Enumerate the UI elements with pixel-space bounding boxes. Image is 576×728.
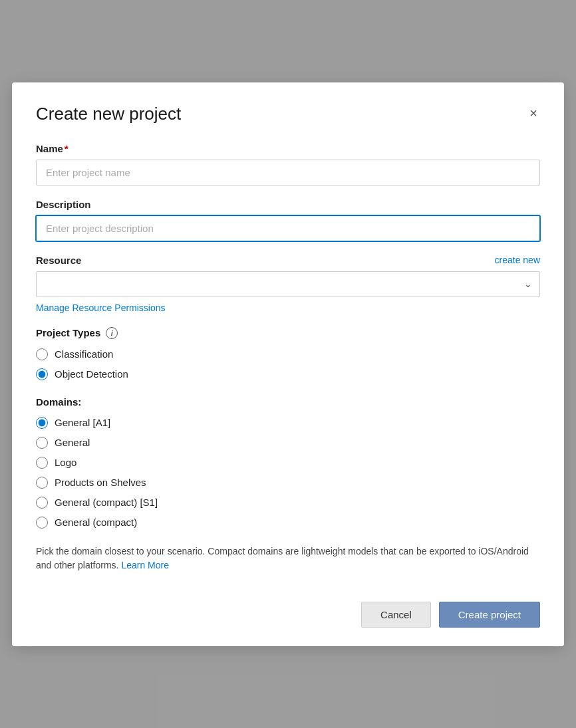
domains-radio-group: General [A1] General Logo Products on Sh… (36, 417, 540, 529)
create-project-dialog: Create new project × Name* Description R… (12, 82, 564, 646)
domains-group: Domains: General [A1] General Logo Produ… (36, 396, 540, 572)
general-compact-label: General (compact) (55, 517, 137, 528)
name-label: Name* (36, 143, 540, 154)
resource-label: Resource (36, 255, 81, 266)
required-star: * (65, 143, 69, 154)
object-detection-radio[interactable] (36, 368, 48, 380)
resource-select[interactable] (36, 271, 540, 297)
resource-label-row: Resource create new (36, 255, 540, 266)
dialog-header: Create new project × (36, 104, 540, 124)
products-on-shelves-radio[interactable] (36, 477, 48, 489)
learn-more-link[interactable]: Learn More (121, 560, 169, 570)
domain-general-compact[interactable]: General (compact) (36, 517, 540, 529)
dialog-footer: Cancel Create project (36, 591, 540, 628)
resource-select-wrapper: ⌄ (36, 271, 540, 297)
general-compact-s1-radio[interactable] (36, 497, 48, 509)
domain-general-a1[interactable]: General [A1] (36, 417, 540, 429)
name-field-group: Name* (36, 143, 540, 185)
create-project-button[interactable]: Create project (439, 602, 540, 628)
project-types-header: Project Types i (36, 327, 540, 339)
project-types-radio-group: Classification Object Detection (36, 348, 540, 380)
info-icon: i (106, 327, 118, 339)
logo-label: Logo (55, 457, 76, 468)
general-compact-s1-label: General (compact) [S1] (55, 497, 158, 508)
description-field-group: Description (36, 199, 540, 241)
name-input[interactable] (36, 160, 540, 185)
domain-logo[interactable]: Logo (36, 457, 540, 469)
project-type-classification[interactable]: Classification (36, 348, 540, 360)
classification-label: Classification (55, 348, 113, 360)
products-on-shelves-label: Products on Shelves (55, 477, 146, 488)
logo-radio[interactable] (36, 457, 48, 469)
create-new-link[interactable]: create new (495, 255, 540, 265)
classification-radio[interactable] (36, 348, 48, 360)
general-radio[interactable] (36, 437, 48, 449)
project-types-group: Project Types i Classification Object De… (36, 327, 540, 380)
description-input[interactable] (36, 215, 540, 241)
general-label: General (55, 437, 90, 448)
domain-products-on-shelves[interactable]: Products on Shelves (36, 477, 540, 489)
domain-general-compact-s1[interactable]: General (compact) [S1] (36, 497, 540, 509)
domain-hint-text: Pick the domain closest to your scenario… (36, 545, 540, 572)
general-a1-label: General [A1] (55, 417, 110, 428)
domains-label: Domains: (36, 396, 540, 408)
domain-general[interactable]: General (36, 437, 540, 449)
close-button[interactable]: × (527, 104, 540, 122)
hint-main-text: Pick the domain closest to your scenario… (36, 546, 529, 570)
project-type-object-detection[interactable]: Object Detection (36, 368, 540, 380)
object-detection-label: Object Detection (55, 368, 128, 380)
cancel-button[interactable]: Cancel (361, 602, 431, 628)
manage-permissions-link[interactable]: Manage Resource Permissions (36, 303, 166, 313)
general-compact-radio[interactable] (36, 517, 48, 529)
description-label: Description (36, 199, 540, 210)
general-a1-radio[interactable] (36, 417, 48, 429)
dialog-title: Create new project (36, 104, 181, 124)
project-types-label: Project Types (36, 327, 100, 338)
resource-field-group: Resource create new ⌄ Manage Resource Pe… (36, 255, 540, 314)
dialog-overlay: Create new project × Name* Description R… (0, 0, 576, 728)
